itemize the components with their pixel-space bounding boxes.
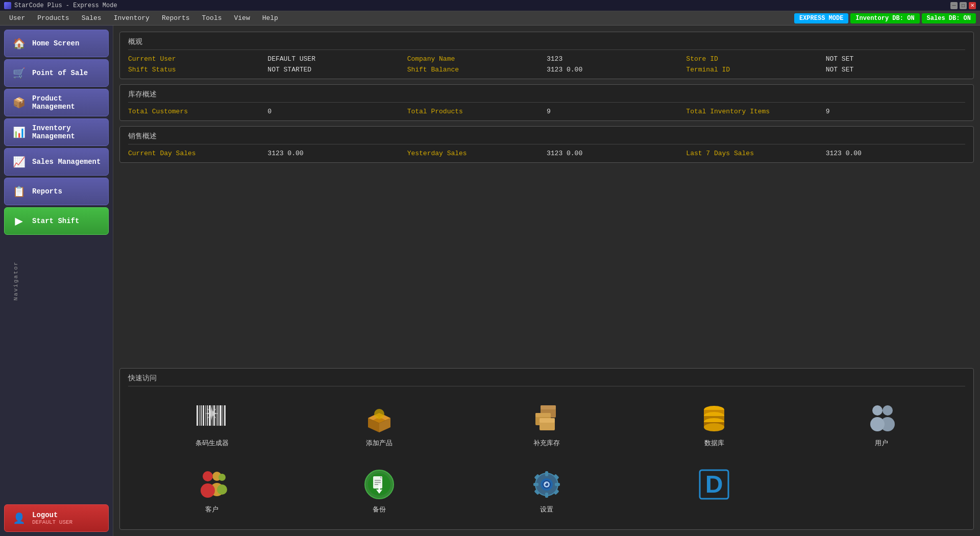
sidebar-item-inventory-management[interactable]: 📊 Inventory Management bbox=[4, 118, 109, 146]
current-day-sales-label: Current Day Sales bbox=[128, 150, 267, 157]
sales-db-badge: Sales DB: ON bbox=[922, 13, 976, 23]
sales-icon: 📈 bbox=[11, 154, 27, 170]
inventory-db-badge: Inventory DB: ON bbox=[850, 13, 919, 23]
sales-stats-grid: Current Day Sales 3123 0.00 Yesterday Sa… bbox=[128, 150, 965, 157]
sidebar-item-sales-management[interactable]: 📈 Sales Management bbox=[4, 148, 109, 176]
logout-username: DEFAULT USER bbox=[32, 519, 72, 525]
app-body: Navigator 🏠 Home Screen 🛒 Point of Sale … bbox=[0, 26, 980, 536]
qa-d-logo[interactable]: D bbox=[635, 463, 793, 519]
sales-overview-panel: 销售概述 Current Day Sales 3123 0.00 Yesterd… bbox=[119, 126, 974, 163]
sidebar-item-start-shift[interactable]: ▶ Start Shift bbox=[4, 207, 109, 235]
svg-point-37 bbox=[870, 417, 885, 431]
svg-rect-56 bbox=[533, 483, 538, 486]
qa-database-label: 数据库 bbox=[704, 438, 724, 448]
main-content: 概观 Current User DEFAULT USER Company Nam… bbox=[113, 26, 980, 536]
qa-settings[interactable]: 设置 bbox=[468, 463, 625, 519]
customers-icon bbox=[195, 468, 228, 501]
overview-grid: Current User DEFAULT USER Company Name 3… bbox=[128, 55, 965, 74]
svg-point-34 bbox=[883, 405, 893, 416]
qa-customers[interactable]: 客户 bbox=[133, 463, 290, 519]
menu-products[interactable]: Products bbox=[32, 12, 74, 24]
store-id-value: NOT SET bbox=[826, 55, 965, 63]
total-inventory-value: 9 bbox=[826, 108, 965, 115]
shift-balance-label: Shift Balance bbox=[407, 66, 547, 74]
menu-tools[interactable]: Tools bbox=[197, 12, 227, 24]
yesterday-sales-value: 3123 0.00 bbox=[547, 150, 686, 157]
qa-users[interactable]: 用户 bbox=[803, 397, 960, 453]
svg-point-43 bbox=[201, 483, 215, 498]
total-products-value: 9 bbox=[547, 108, 686, 115]
qa-barcode[interactable]: 条码生成器 bbox=[133, 397, 290, 453]
svg-point-36 bbox=[872, 405, 883, 416]
start-icon: ▶ bbox=[11, 213, 27, 229]
sidebar-label-sales: Sales Management bbox=[32, 158, 101, 166]
inventory-icon: 📊 bbox=[11, 124, 27, 140]
window-controls[interactable]: ─ □ ✕ bbox=[950, 2, 976, 9]
svg-point-66 bbox=[545, 483, 547, 484]
express-mode-badge: EXPRESS MODE bbox=[794, 13, 848, 23]
backup-icon bbox=[363, 468, 396, 501]
qa-users-label: 用户 bbox=[875, 438, 888, 448]
navigator-label: Navigator bbox=[13, 261, 19, 300]
svg-rect-10 bbox=[217, 405, 218, 426]
qa-backup[interactable]: 备份 bbox=[301, 463, 458, 519]
svg-rect-11 bbox=[219, 405, 222, 426]
svg-text:D: D bbox=[705, 471, 723, 498]
qa-barcode-label: 条码生成器 bbox=[195, 438, 229, 448]
total-products-label: Total Products bbox=[407, 108, 547, 115]
svg-rect-55 bbox=[545, 493, 548, 498]
qa-database[interactable]: 数据库 bbox=[635, 397, 793, 453]
yesterday-sales-label: Yesterday Sales bbox=[407, 150, 547, 157]
inventory-stats-grid: Total Customers 0 Total Products 9 Total… bbox=[128, 108, 965, 115]
svg-rect-24 bbox=[535, 413, 551, 417]
svg-point-42 bbox=[203, 471, 213, 481]
last-7-days-label: Last 7 Days Sales bbox=[686, 150, 825, 157]
svg-point-41 bbox=[217, 484, 227, 495]
sidebar-item-reports[interactable]: 📋 Reports bbox=[4, 178, 109, 205]
qa-settings-label: 设置 bbox=[540, 505, 553, 514]
qa-restock[interactable]: 补充库存 bbox=[468, 397, 625, 453]
menu-inventory[interactable]: Inventory bbox=[109, 12, 155, 24]
current-user-value: DEFAULT USER bbox=[267, 55, 407, 63]
close-button[interactable]: ✕ bbox=[969, 2, 976, 9]
current-user-label: Current User bbox=[128, 55, 267, 63]
quick-access-grid: 条码生成器 bbox=[128, 392, 965, 524]
svg-rect-12 bbox=[223, 405, 223, 426]
menu-sales[interactable]: Sales bbox=[77, 12, 107, 24]
overview-panel: 概观 Current User DEFAULT USER Company Nam… bbox=[119, 32, 974, 79]
company-name-value: 3123 bbox=[547, 55, 686, 63]
qa-add-product[interactable]: 添加产品 bbox=[301, 397, 458, 453]
menu-help[interactable]: Help bbox=[257, 12, 283, 24]
menu-view[interactable]: View bbox=[229, 12, 255, 24]
minimize-button[interactable]: ─ bbox=[950, 2, 958, 9]
sidebar-label-home: Home Screen bbox=[32, 39, 79, 47]
svg-rect-2 bbox=[201, 405, 202, 426]
menu-user[interactable]: User bbox=[4, 12, 30, 24]
sidebar-item-product-management[interactable]: 📦 Product Management bbox=[4, 89, 109, 116]
app-icon bbox=[4, 2, 11, 9]
restock-icon bbox=[530, 402, 563, 434]
menu-reports[interactable]: Reports bbox=[157, 12, 195, 24]
sidebar-label-reports: Reports bbox=[32, 187, 62, 196]
qa-customers-label: 客户 bbox=[205, 505, 218, 514]
sidebar-label-pos: Point of Sale bbox=[32, 69, 88, 77]
svg-rect-13 bbox=[224, 405, 226, 426]
terminal-id-label: Terminal ID bbox=[686, 66, 825, 74]
sidebar-label-product: Product Management bbox=[32, 94, 102, 111]
sidebar-item-home-screen[interactable]: 🏠 Home Screen bbox=[4, 30, 109, 57]
sales-overview-title: 销售概述 bbox=[128, 132, 965, 144]
svg-rect-9 bbox=[216, 405, 216, 426]
total-customers-label: Total Customers bbox=[128, 108, 267, 115]
barcode-icon bbox=[195, 402, 228, 434]
pos-icon: 🛒 bbox=[11, 65, 27, 81]
maximize-button[interactable]: □ bbox=[960, 2, 967, 9]
database-icon bbox=[698, 402, 730, 434]
shift-balance-value: 3123 0.00 bbox=[547, 66, 686, 74]
quick-access-panel: 快速访问 bbox=[119, 368, 974, 530]
svg-rect-22 bbox=[541, 405, 556, 409]
svg-rect-1 bbox=[199, 405, 200, 426]
logout-button[interactable]: 👤 Logout DEFAULT USER bbox=[4, 504, 109, 532]
add-product-icon bbox=[363, 402, 396, 434]
app-title: StarCode Plus - Express Mode bbox=[14, 2, 117, 9]
sidebar-item-point-of-sale[interactable]: 🛒 Point of Sale bbox=[4, 59, 109, 87]
